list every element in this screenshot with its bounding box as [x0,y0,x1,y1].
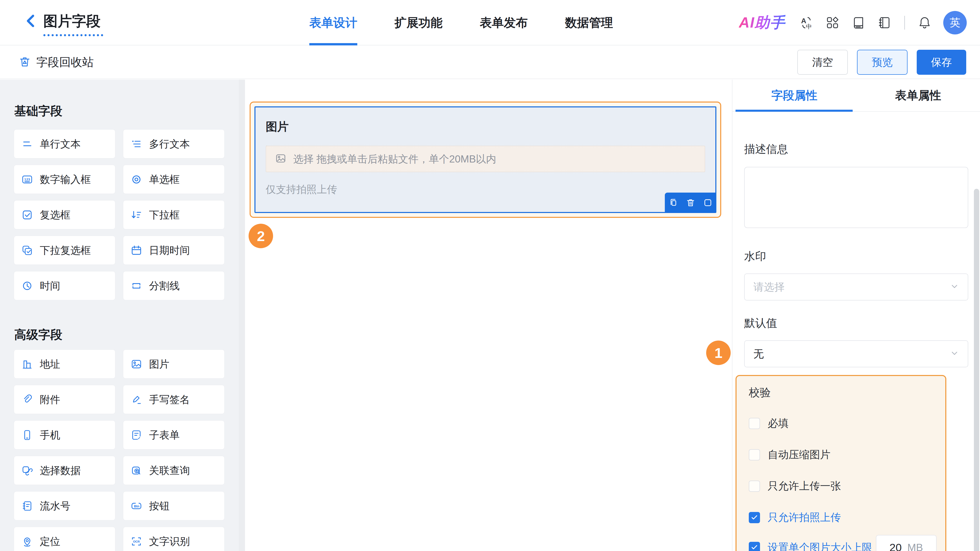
required-checkbox[interactable] [749,418,760,429]
description-textarea[interactable] [744,167,968,228]
field-item-datetime[interactable]: 日期时间 [123,236,224,265]
notification-bell-icon[interactable] [917,15,932,30]
checkbox-label: 设置单个图片大小上限 [768,540,872,551]
language-switch-icon[interactable]: A 中 [799,15,814,30]
svg-text:中: 中 [806,23,812,30]
tab-data-management[interactable]: 数据管理 [565,0,613,45]
checkbox-label: 自动压缩图片 [768,448,830,462]
field-recycle-bin-button[interactable]: 字段回收站 [18,55,94,70]
size-limit-unit: MB [907,541,923,551]
field-item-subform[interactable]: 子表单 [123,421,224,449]
default-value-label: 默认值 [744,316,968,330]
copy-field-icon[interactable] [668,197,679,208]
field-item-label: 分割线 [149,279,180,293]
attachment-icon [21,394,33,406]
field-item-related-query[interactable]: 关联查询 [123,456,224,485]
tab-form-design[interactable]: 表单设计 [309,0,357,45]
checkbox-icon [21,209,33,221]
upload-dropzone[interactable]: 选择 拖拽或单击后粘贴文件，单个20MB以内 [266,146,705,172]
tab-field-properties[interactable]: 字段属性 [732,79,856,111]
recycle-bin-label: 字段回收站 [36,55,94,70]
field-item-button[interactable]: Btn 按钮 [123,491,224,520]
image-field-card[interactable]: 图片 选择 拖拽或单击后粘贴文件，单个20MB以内 仅支持拍照上传 [255,106,716,213]
field-action-bar [665,192,716,213]
tab-extensions[interactable]: 扩展功能 [395,0,442,45]
back-button[interactable] [24,13,39,32]
field-item-label: 下拉框 [149,208,180,222]
field-item-divider[interactable]: 分割线 [123,271,224,300]
book-icon[interactable] [851,15,866,30]
field-item-number-input[interactable]: 123 数字输入框 [14,165,115,194]
default-value-select[interactable]: 无 [744,340,968,367]
header-actions: AI助手 A 中 [739,0,967,45]
field-item-multi-dropdown[interactable]: 下拉复选框 [14,236,115,265]
camera-only-checkbox[interactable] [749,512,760,523]
serial-number-icon [21,500,33,512]
save-button[interactable]: 保存 [917,50,966,75]
watermark-select[interactable]: 请选择 [744,273,968,300]
field-item-radio[interactable]: 单选框 [123,165,224,194]
delete-field-icon[interactable] [685,197,696,208]
select-field-icon[interactable] [703,197,713,208]
field-item-label: 多行文本 [149,137,190,151]
validation-row-required: 必填 [749,416,934,430]
field-item-label: 地址 [40,357,60,371]
field-item-label: 关联查询 [149,464,190,478]
field-item-label: 复选框 [40,208,70,222]
field-item-label: 文字识别 [149,534,190,548]
tab-form-publish[interactable]: 表单发布 [480,0,528,45]
field-item-label: 数字输入框 [40,172,91,186]
validation-row-auto-compress: 自动压缩图片 [749,448,934,462]
field-item-label: 时间 [40,279,60,293]
size-limit-checkbox[interactable] [749,542,760,551]
journal-icon[interactable] [877,15,892,30]
field-item-attachment[interactable]: 附件 [14,385,115,414]
clear-button[interactable]: 清空 [797,50,848,75]
clock-icon [21,280,33,292]
field-item-select-data[interactable]: 选择数据 [14,456,115,485]
svg-text:OCR: OCR [133,540,140,543]
field-item-image[interactable]: 图片 [123,349,224,379]
field-item-serial-number[interactable]: 流水号 [14,491,115,520]
field-item-address[interactable]: 地址 [14,349,115,379]
tab-form-properties[interactable]: 表单属性 [856,79,980,111]
calendar-icon [130,245,142,256]
upload-hint-text: 选择 拖拽或单击后粘贴文件，单个20MB以内 [293,152,496,166]
apps-grid-icon[interactable] [825,15,840,30]
field-item-label: 按钮 [149,499,169,513]
title-dotted-underline [43,34,103,36]
field-item-ocr[interactable]: OCR 文字识别 [123,527,224,551]
basic-fields-heading: 基础字段 [14,103,239,119]
field-item-label: 流水号 [40,499,70,513]
field-item-label: 手机 [40,428,60,442]
single-upload-checkbox[interactable] [749,481,760,492]
size-limit-input[interactable]: 20 MB [876,535,937,551]
field-item-time[interactable]: 时间 [14,271,115,300]
field-item-dropdown[interactable]: 下拉框 [123,200,224,229]
panel-scrollbar-thumb[interactable] [974,189,979,551]
checkbox-label: 必填 [768,416,789,430]
select-data-icon [21,465,33,476]
sidebar-scrollbar-track[interactable] [239,79,245,551]
user-avatar[interactable]: 英 [943,11,967,35]
field-item-single-line-text[interactable]: 单行文本 [14,129,115,159]
annotation-circle-1: 1 [706,341,731,365]
ai-assistant-button[interactable]: AI助手 [739,13,788,33]
multi-line-text-icon [130,138,142,150]
header: 图片字段 表单设计 扩展功能 表单发布 数据管理 AI助手 A 中 [0,0,980,45]
field-item-label: 日期时间 [149,243,190,257]
page-title: 图片字段 [43,12,100,31]
recycle-bin-icon [18,56,31,69]
watermark-label: 水印 [744,249,968,264]
checkbox-label: 只允许上传一张 [768,479,841,493]
auto-compress-checkbox[interactable] [749,449,760,460]
basic-fields-grid: 单行文本 多行文本 123 数字输入框 单选框 复选框 [14,129,239,300]
field-item-location[interactable]: 定位 [14,527,115,551]
form-canvas[interactable]: 图片 选择 拖拽或单击后粘贴文件，单个20MB以内 仅支持拍照上传 [245,79,732,551]
field-item-signature[interactable]: 手写签名 [123,385,224,414]
field-item-checkbox[interactable]: 复选框 [14,200,115,229]
field-item-multi-line-text[interactable]: 多行文本 [123,129,224,159]
field-item-label: 图片 [149,357,169,371]
preview-button[interactable]: 预览 [857,50,907,75]
field-item-phone[interactable]: 手机 [14,421,115,449]
